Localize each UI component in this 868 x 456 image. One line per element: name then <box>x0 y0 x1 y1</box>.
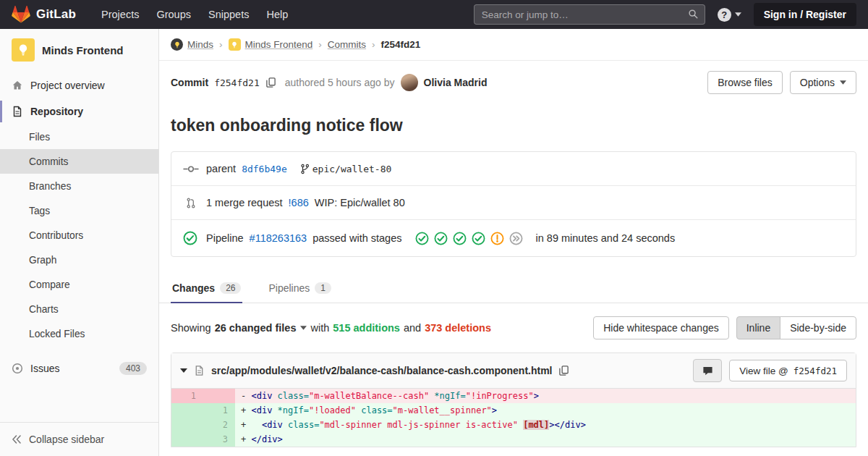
nav-link-help[interactable]: Help <box>260 4 294 25</box>
home-icon <box>12 80 23 91</box>
copy-commit-sha-icon[interactable] <box>265 77 276 88</box>
pipeline-stage-skipped-icon[interactable] <box>509 232 523 245</box>
diff-line-number-new[interactable]: 2 <box>203 418 235 432</box>
nav-link-projects[interactable]: Projects <box>95 4 145 25</box>
main-content: Minds›Minds Frontend›Commits› f254fd21 C… <box>159 29 868 456</box>
sidebar-item-graph[interactable]: Graph <box>0 248 158 272</box>
pipeline-id-link[interactable]: #118263163 <box>250 232 307 244</box>
tab-label: Pipelines <box>268 282 310 294</box>
sidebar-item-label: Issues <box>30 363 59 374</box>
copy-file-path-icon[interactable] <box>558 365 569 376</box>
pipeline-stage-warning-icon[interactable] <box>490 232 504 245</box>
sidebar-item-charts[interactable]: Charts <box>0 297 158 321</box>
inline-view-button[interactable]: Inline <box>736 316 780 339</box>
help-icon: ? <box>718 8 731 22</box>
sidebar-item-branches[interactable]: Branches <box>0 174 158 198</box>
pipeline-stage-passed-icon[interactable] <box>472 232 485 245</box>
branch-ref[interactable]: epic/wallet-80 <box>300 164 392 174</box>
diff-line-number-new[interactable] <box>203 389 235 403</box>
diff-line-number-new[interactable]: 3 <box>203 432 235 447</box>
changed-files-dropdown[interactable]: 26 changed files <box>215 322 307 334</box>
browse-files-button[interactable]: Browse files <box>707 71 782 94</box>
sidebar-item-commits[interactable]: Commits <box>0 149 158 174</box>
primary-nav: ProjectsGroupsSnippetsHelp <box>95 4 294 25</box>
sidebar-item-repository[interactable]: Repository <box>0 98 158 124</box>
parent-sha-link[interactable]: 8df6b49e <box>242 164 287 174</box>
merge-request-link[interactable]: !686 <box>289 197 309 208</box>
pipeline-mini-graph <box>415 232 523 245</box>
collapse-diff-icon[interactable] <box>180 368 187 373</box>
sidebar-item-compare[interactable]: Compare <box>0 272 158 297</box>
search-icon <box>688 9 699 20</box>
showing-label: Showing <box>171 322 211 334</box>
pipeline-stage-passed-icon[interactable] <box>453 232 467 245</box>
breadcrumb-links: Minds›Minds Frontend›Commits› <box>171 38 375 51</box>
changed-files-count: 26 changed files <box>215 322 297 334</box>
options-dropdown-button[interactable]: Options <box>790 71 856 94</box>
commit-tabs: Changes 26 Pipelines 1 <box>159 273 868 303</box>
breadcrumb-avatar <box>229 38 241 51</box>
sign-in-button[interactable]: Sign in / Register <box>754 3 856 26</box>
commit-icon <box>183 164 199 174</box>
tab-count-badge: 26 <box>220 282 241 294</box>
hide-whitespace-button[interactable]: Hide whitespace changes <box>593 316 729 339</box>
merge-request-row: 1 merge request !686 WIP: Epic/wallet 80 <box>171 186 856 220</box>
diff-line-code: + </div> <box>235 432 856 447</box>
options-label: Options <box>800 77 835 88</box>
side-by-side-view-button[interactable]: Side-by-side <box>780 316 856 339</box>
comment-icon <box>702 366 713 376</box>
breadcrumb-label: Minds <box>187 39 213 50</box>
nav-link-snippets[interactable]: Snippets <box>202 4 255 25</box>
view-file-button[interactable]: View file @ f254fd21 <box>729 360 847 381</box>
author-name[interactable]: Olivia Madrid <box>424 77 488 88</box>
sidebar-item-issues[interactable]: Issues 403 <box>0 355 158 382</box>
double-chevron-left-icon <box>12 435 22 444</box>
diff-line-number-old[interactable] <box>171 403 203 418</box>
nav-link-groups[interactable]: Groups <box>150 4 197 25</box>
breadcrumb-link-minds-frontend[interactable]: Minds Frontend <box>229 38 313 51</box>
parent-label: parent <box>206 163 236 174</box>
breadcrumb-separator: › <box>372 39 375 50</box>
toggle-comments-button[interactable] <box>693 359 722 382</box>
pipeline-status-text: passed with stages <box>312 232 401 244</box>
pipeline-stage-passed-icon[interactable] <box>415 232 429 245</box>
chevron-down-icon <box>300 326 307 330</box>
collapse-sidebar-label: Collapse sidebar <box>29 434 104 445</box>
sidebar-item-locked-files[interactable]: Locked Files <box>0 321 158 346</box>
sidebar-item-project-overview[interactable]: Project overview <box>0 72 158 98</box>
sidebar-item-files[interactable]: Files <box>0 124 158 149</box>
file-diff-card: src/app/modules/wallet/v2/balance-cash/b… <box>171 352 856 447</box>
tab-changes[interactable]: Changes 26 <box>171 273 242 303</box>
help-menu[interactable]: ? <box>718 8 741 22</box>
gitlab-home-link[interactable]: GitLab <box>12 6 76 24</box>
diff-line-number-old[interactable]: 1 <box>171 389 203 403</box>
sidebar-nav: Project overview Repository <box>0 72 158 124</box>
issues-count-badge: 403 <box>119 362 147 375</box>
sidebar-item-label: Project overview <box>30 80 105 91</box>
diff-line: 2+ <div class="mdl-spinner mdl-js-spinne… <box>171 418 856 432</box>
author-avatar[interactable] <box>401 74 418 91</box>
breadcrumb-separator: › <box>219 39 223 50</box>
commit-actions: Browse files Options <box>707 71 856 94</box>
lightbulb-icon <box>17 43 30 56</box>
view-file-sha: f254fd21 <box>793 366 837 376</box>
lightbulb-icon <box>174 41 181 48</box>
project-name: Minds Frontend <box>42 44 124 56</box>
project-context-header[interactable]: Minds Frontend <box>0 29 158 71</box>
tab-pipelines[interactable]: Pipelines 1 <box>267 273 333 303</box>
diff-line-number-new[interactable]: 1 <box>203 403 235 418</box>
diff-line-number-old[interactable] <box>171 418 203 432</box>
breadcrumb-link-minds[interactable]: Minds <box>171 38 213 51</box>
pipeline-stage-passed-icon[interactable] <box>434 232 448 245</box>
diff-line-number-old[interactable] <box>171 432 203 447</box>
file-path[interactable]: src/app/modules/wallet/v2/balance-cash/b… <box>211 365 552 376</box>
sidebar-item-tags[interactable]: Tags <box>0 198 158 223</box>
breadcrumb-link-commits[interactable]: Commits <box>328 39 366 50</box>
gitlab-tanuki-icon <box>12 6 30 24</box>
collapse-sidebar-button[interactable]: Collapse sidebar <box>0 422 158 456</box>
breadcrumb-avatar <box>171 38 183 51</box>
sidebar-item-contributors[interactable]: Contributors <box>0 223 158 248</box>
search-input[interactable] <box>474 4 705 25</box>
diff-controls: Hide whitespace changes Inline Side-by-s… <box>593 316 856 339</box>
pipeline-status-passed-icon[interactable] <box>183 231 197 245</box>
